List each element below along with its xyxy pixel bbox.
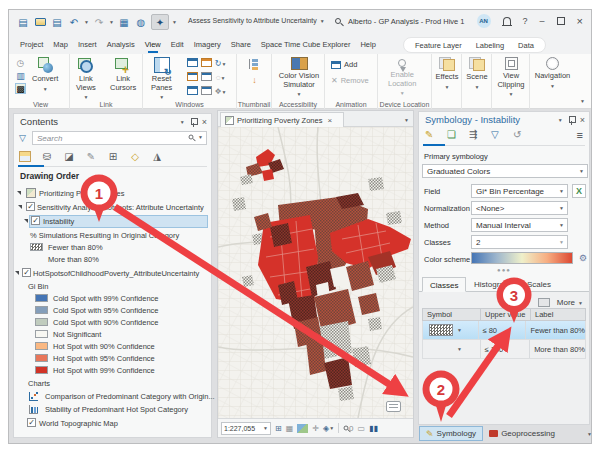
qat-customize-chevron[interactable]: ▼ — [172, 19, 177, 25]
expander-icon[interactable] — [17, 191, 21, 195]
tasks-pane-icon[interactable] — [187, 86, 198, 95]
scale-symbols-tab-icon[interactable]: ▽ — [491, 129, 499, 140]
class-1-symbol-swatch[interactable] — [429, 324, 453, 336]
map-tab-close-icon[interactable]: × — [327, 116, 332, 125]
save-icon[interactable]: ▤ — [16, 15, 30, 29]
expander-icon[interactable] — [18, 205, 22, 209]
layer-tree-item[interactable]: Not Significant — [15, 329, 210, 341]
class-row-2[interactable]: ▼ ≤ 100 More than 80% — [422, 340, 586, 359]
navigation-button[interactable]: Navigation ▼ — [535, 57, 570, 90]
ribbon-tab-edit[interactable]: Edit — [166, 36, 189, 54]
layer-tree-item[interactable]: ✓HotSpotsofChildhoodPoverty_AttributeUnc… — [15, 268, 210, 280]
zoom-tool-icon[interactable]: 0 — [343, 424, 353, 433]
classes-select[interactable]: 2▼ — [471, 235, 568, 249]
layer-tree-item[interactable]: Cold Spot with 90% Confidence — [15, 317, 210, 329]
undo-icon[interactable]: ↶ — [67, 15, 81, 29]
layer-tree-item[interactable]: Charts — [15, 378, 210, 390]
symbol-layer-tab-icon[interactable]: ⇶ — [469, 129, 477, 140]
symbology-pin-icon[interactable] — [569, 116, 574, 125]
redo-icon[interactable]: ↷ — [92, 15, 106, 29]
notifications-icon[interactable] — [503, 17, 511, 25]
ribbon-tab-space-time-cube-explorer[interactable]: Space Time Cube Explorer — [256, 36, 356, 54]
ribbon-tab-view[interactable]: View — [140, 36, 166, 54]
ribbon-tab-imagery[interactable]: Imagery — [189, 36, 226, 54]
history-tab-icon[interactable]: ↺ — [513, 129, 521, 140]
map-scale-select[interactable]: 1:227,055▼ — [221, 422, 271, 435]
layer-visibility-checkbox[interactable]: ✓ — [27, 418, 36, 427]
link-views-button[interactable]: Link Views ▼ — [76, 57, 96, 102]
redo-chevron[interactable]: ▼ — [109, 19, 114, 25]
help-icon[interactable]: ? — [523, 16, 528, 26]
symbology-options-menu-icon[interactable]: ≡ — [577, 129, 583, 141]
ribbon-tab-help[interactable]: Help — [355, 36, 380, 54]
remove-animation-button[interactable]: ✕Remove — [331, 76, 369, 85]
symbology-close-icon[interactable]: × — [580, 115, 585, 125]
catalog-view-icon[interactable] — [187, 72, 198, 81]
convert-button[interactable]: Convert ▼ — [32, 57, 58, 93]
attribute-table-icon[interactable]: ▦ — [286, 424, 294, 433]
open-project-icon[interactable] — [33, 15, 47, 29]
more-menu[interactable]: More▼ — [538, 298, 583, 307]
map-tool-icon[interactable]: ▦ — [117, 15, 131, 29]
undo-chevron[interactable]: ▼ — [84, 19, 89, 25]
set-expression-button[interactable]: X — [572, 184, 586, 198]
python-window-icon[interactable] — [201, 86, 212, 95]
vary-symbology-tab-icon[interactable]: ❏ — [447, 129, 456, 140]
clock-icon[interactable]: ◷ — [15, 57, 26, 68]
close-button[interactable]: × — [577, 15, 583, 27]
scene-button[interactable]: Scene ▼ — [464, 57, 490, 91]
new-window-icon[interactable] — [201, 72, 212, 81]
map-viewport[interactable] — [218, 127, 413, 418]
color-scheme-options-gear-icon[interactable]: ⚙ — [579, 253, 587, 263]
layer-visibility-checkbox[interactable]: ✓ — [31, 216, 40, 225]
image-view-icon[interactable]: ▩ — [15, 83, 26, 94]
layer-tree-item[interactable]: Cold Spot with 95% Confidence — [15, 305, 210, 317]
basemap-icon[interactable] — [297, 424, 308, 433]
field-select[interactable]: Gi* Bin Percentage▼ — [471, 184, 568, 198]
color-scheme-select[interactable] — [471, 252, 573, 264]
avatar[interactable]: AN — [477, 14, 491, 28]
ribbon-tab-map[interactable]: Map — [48, 36, 73, 54]
expander-icon[interactable] — [15, 271, 19, 275]
crosshair-icon[interactable]: ✛ — [312, 424, 319, 433]
ribbon-tab-insert[interactable]: Insert — [73, 36, 102, 54]
layer-visibility-checkbox[interactable]: ✓ — [26, 202, 35, 211]
link-cursors-button[interactable]: Link Cursors — [110, 57, 136, 92]
catalog-pane-icon[interactable] — [187, 58, 198, 67]
refresh-icon[interactable]: ↻ ▼ — [215, 58, 226, 69]
spatial-audio-icon[interactable]: ◈▼ — [323, 424, 334, 433]
map-tabbar-chevron[interactable]: ▼ — [404, 117, 409, 123]
bottom-tab-symbology[interactable]: ✎ Symbology — [419, 426, 483, 441]
symbology-menu-chevron[interactable]: ▼ — [558, 117, 563, 123]
layer-tree-item[interactable]: Gi Bin — [15, 281, 210, 293]
explore-tool-icon[interactable]: ✦ — [151, 14, 169, 30]
reset-panes-button[interactable]: Reset Panes ▼ — [151, 57, 172, 102]
method-select[interactable]: Manual Interval▼ — [471, 218, 568, 232]
search-windows-icon[interactable]: ◌ ▼ — [215, 72, 226, 83]
layer-tree-item[interactable]: Hot Spot with 90% Confidence — [15, 341, 210, 353]
ribbon-tab-analysis[interactable]: Analysis — [102, 36, 140, 54]
effects-button[interactable]: Effects ▼ — [434, 57, 460, 91]
add-animation-button[interactable]: Add — [331, 60, 357, 69]
layer-tree-item[interactable]: ✓World Topographic Map — [15, 418, 210, 430]
toolbox-icon[interactable] — [201, 58, 212, 67]
history-icon[interactable]: ▭ — [358, 424, 366, 433]
pane-splitter[interactable]: ●●● — [419, 267, 589, 275]
grid-options-icon[interactable] — [538, 298, 550, 307]
map-view-tab[interactable]: Prioritizing Poverty Zones × — [220, 112, 344, 127]
layer-tree-item[interactable]: Comparison of Predominant Category with … — [15, 391, 210, 403]
search-icon[interactable] — [335, 18, 341, 24]
expander-icon[interactable] — [24, 219, 28, 223]
layer-tree-item[interactable]: Hot Spot with 99% Confidence — [15, 365, 210, 377]
thumbnail-download-icon[interactable]: ↓ — [249, 74, 260, 85]
normalization-select[interactable]: <None>▼ — [471, 201, 568, 215]
layer-tree-item[interactable]: % Simulations Resulting in Original Cate… — [15, 230, 210, 242]
globe-tool-icon[interactable]: ◍ — [134, 15, 148, 29]
contextual-tab-labeling[interactable]: Labeling — [469, 41, 511, 50]
primary-symbology-tab-icon[interactable]: ✎ — [425, 129, 433, 140]
tab-classes[interactable]: Classes — [422, 277, 466, 292]
primary-symbology-select[interactable]: Graduated Colors▼ — [422, 164, 588, 178]
maximize-button[interactable] — [557, 17, 565, 25]
contextual-tab-data[interactable]: Data — [511, 41, 541, 50]
layer-tree-item[interactable]: Stability of Predominant Hot Spot Catego… — [15, 404, 210, 416]
